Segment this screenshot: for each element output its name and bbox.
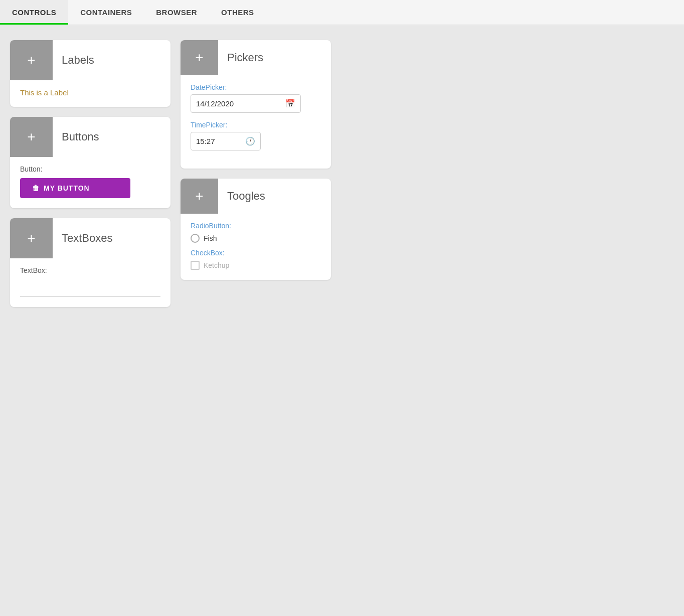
labels-card-header: + Labels (10, 40, 170, 80)
pickers-plus-icon: + (195, 51, 203, 65)
left-column: + Labels This is a Label + Buttons Butto… (10, 40, 170, 307)
buttons-card-icon[interactable]: + (10, 117, 53, 157)
button-label-text: MY BUTTON (44, 184, 90, 192)
nav-label-controls: CONTROLS (12, 8, 56, 17)
checkbox-label: CheckBox: (191, 249, 321, 257)
right-column: + Pickers DatePicker: 14/12/2020 📅 TimeP… (181, 40, 331, 280)
main-content: + Labels This is a Label + Buttons Butto… (0, 25, 684, 322)
toggles-plus-icon: + (195, 189, 203, 203)
labels-card-title: Labels (53, 54, 94, 67)
labels-card: + Labels This is a Label (10, 40, 170, 107)
toggles-card-title: Toogles (218, 190, 265, 203)
my-button[interactable]: 🗑 MY BUTTON (20, 178, 130, 198)
textbox-input[interactable] (20, 282, 160, 297)
button-field-label: Button: (20, 165, 160, 173)
nav-label-browser: BROWSER (156, 8, 197, 17)
buttons-plus-icon: + (27, 130, 35, 144)
buttons-card: + Buttons Button: 🗑 MY BUTTON (10, 117, 170, 208)
textboxes-card-icon[interactable]: + (10, 218, 53, 258)
nav-label-others: OTHERS (221, 8, 254, 17)
toggles-card-body: RadioButton: Fish CheckBox: Ketchup (181, 222, 331, 270)
buttons-card-body: Button: 🗑 MY BUTTON (10, 165, 170, 198)
textboxes-card-body: TextBox: (10, 266, 170, 297)
clock-icon: 🕐 (245, 136, 255, 146)
datepicker-input[interactable]: 14/12/2020 📅 (191, 94, 301, 113)
toggles-card-icon[interactable]: + (181, 179, 218, 214)
labels-plus-icon: + (27, 53, 35, 67)
calendar-icon: 📅 (285, 99, 295, 108)
timepicker-input[interactable]: 15:27 🕐 (191, 132, 261, 150)
radiobutton-label: RadioButton: (191, 222, 321, 230)
top-navigation: CONTROLS CONTAINERS BROWSER OTHERS (0, 0, 684, 25)
checkbox-ketchup-box[interactable] (191, 261, 200, 270)
nav-item-browser[interactable]: BROWSER (144, 0, 209, 25)
trash-icon: 🗑 (32, 184, 40, 192)
nav-item-containers[interactable]: CONTAINERS (68, 0, 144, 25)
toggles-card: + Toogles RadioButton: Fish CheckBox: Ke… (181, 179, 331, 280)
label-sample-text: This is a Label (20, 88, 69, 97)
nav-label-containers: CONTAINERS (80, 8, 132, 17)
timepicker-value: 15:27 (196, 137, 215, 145)
datepicker-value: 14/12/2020 (196, 99, 234, 108)
timepicker-label: TimePicker: (191, 121, 321, 129)
buttons-card-header: + Buttons (10, 117, 170, 157)
radio-fish-label: Fish (204, 234, 217, 242)
checkbox-ketchup-label: Ketchup (204, 261, 229, 269)
pickers-card-header: + Pickers (181, 40, 331, 75)
toggles-card-header: + Toogles (181, 179, 331, 214)
checkbox-ketchup-item: Ketchup (191, 261, 321, 270)
textboxes-plus-icon: + (27, 231, 35, 245)
textbox-field-label: TextBox: (20, 266, 160, 274)
pickers-card: + Pickers DatePicker: 14/12/2020 📅 TimeP… (181, 40, 331, 169)
datepicker-label: DatePicker: (191, 83, 321, 91)
buttons-card-title: Buttons (53, 130, 99, 143)
nav-item-others[interactable]: OTHERS (209, 0, 266, 25)
radio-fish-item: Fish (191, 234, 321, 243)
radio-fish-circle[interactable] (191, 234, 200, 243)
labels-card-icon[interactable]: + (10, 40, 53, 80)
nav-item-controls[interactable]: CONTROLS (0, 0, 68, 25)
pickers-card-body: DatePicker: 14/12/2020 📅 TimePicker: 15:… (181, 83, 331, 150)
textboxes-card-header: + TextBoxes (10, 218, 170, 258)
pickers-card-icon[interactable]: + (181, 40, 218, 75)
textboxes-card-title: TextBoxes (53, 232, 113, 245)
textboxes-card: + TextBoxes TextBox: (10, 218, 170, 307)
labels-card-body: This is a Label (10, 88, 170, 97)
pickers-card-title: Pickers (218, 51, 263, 64)
